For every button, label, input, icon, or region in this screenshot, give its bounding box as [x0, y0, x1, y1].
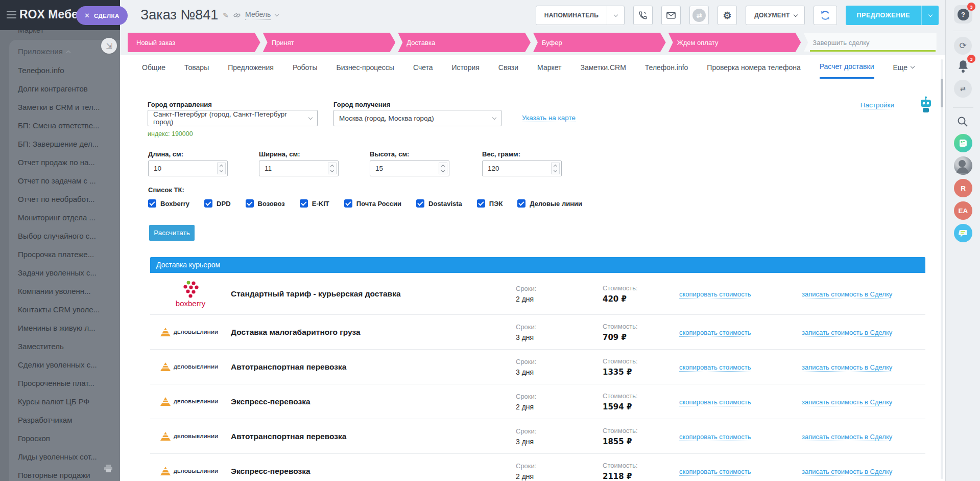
tab[interactable]: История	[452, 62, 480, 79]
stepper[interactable]	[328, 163, 337, 174]
stepper[interactable]	[551, 163, 560, 174]
to-city-select[interactable]: Москва (город, Москва город)	[333, 110, 501, 126]
height-input[interactable]	[370, 161, 437, 176]
help-button[interactable]: ? 3	[954, 5, 972, 24]
sidebar-item[interactable]: Заместитель	[9, 337, 120, 356]
sidebar-item[interactable]: Отчет продаж по на...	[9, 153, 120, 172]
sidebar-item[interactable]: Задачи уволенных с...	[9, 264, 120, 282]
checkbox-checked-icon[interactable]	[517, 199, 525, 208]
proposal-dropdown[interactable]	[921, 6, 939, 25]
pipeline-stage[interactable]: Принят	[263, 33, 396, 52]
sidebar-item[interactable]: Курсы валют ЦБ РФ	[9, 393, 120, 411]
settings-link[interactable]: Настройки	[861, 101, 894, 109]
sidebar-item[interactable]: Отчет по необработ...	[9, 190, 120, 209]
carrier-checkbox-item[interactable]: Boxberry	[148, 199, 189, 208]
sidebar-item[interactable]: Сделки уволенных с...	[9, 356, 120, 374]
sidebar-item[interactable]: Разработчикам	[9, 411, 120, 429]
tab[interactable]: Товары	[184, 62, 209, 79]
news-avatar[interactable]	[954, 134, 972, 152]
call-button[interactable]	[633, 6, 653, 25]
close-icon[interactable]: ✕	[84, 12, 90, 19]
save-cost-link[interactable]: записать стоимость в Сделку	[802, 468, 892, 476]
pipeline-stage[interactable]: Доставка	[398, 33, 531, 52]
copy-cost-link[interactable]: скопировать стоимость	[679, 290, 751, 299]
reminder-button[interactable]: НАПОМИНАТЕЛЬ	[536, 6, 625, 25]
avatar-ea[interactable]: EA	[954, 201, 972, 220]
notifications-button[interactable]: 3	[954, 57, 972, 76]
sidebar-collapse-button[interactable]: ⇲	[101, 38, 117, 54]
checkbox-checked-icon[interactable]	[477, 199, 485, 208]
length-input[interactable]	[149, 161, 215, 176]
save-cost-link[interactable]: записать стоимость в Сделку	[802, 290, 892, 299]
checkbox-checked-icon[interactable]	[344, 199, 352, 208]
tab[interactable]: Проверка номера телефона	[707, 62, 800, 79]
email-button[interactable]	[661, 6, 681, 25]
tab[interactable]: Маркет	[537, 62, 561, 79]
save-cost-link[interactable]: записать стоимость в Сделку	[802, 329, 892, 337]
sidebar-item[interactable]: Долги контрагентов	[9, 80, 120, 98]
pipeline-stage[interactable]: Завершить сделку	[803, 33, 937, 52]
sidebar-item[interactable]: Именины в живую л...	[9, 319, 120, 337]
stepper[interactable]	[217, 163, 226, 174]
deal-entity-pill[interactable]: ✕ СДЕЛКА	[76, 6, 128, 25]
tab[interactable]: Общие	[142, 62, 165, 79]
weight-input[interactable]	[483, 161, 549, 176]
sidebar-item[interactable]: Мониторинг отдела ...	[9, 209, 120, 227]
printer-icon[interactable]	[104, 465, 113, 473]
sidebar-item[interactable]: Гороскоп	[9, 429, 120, 448]
sidebar-item[interactable]: Выбор случайного с...	[9, 227, 120, 245]
edit-pencil-icon[interactable]: ✎	[223, 11, 229, 19]
carrier-checkbox-item[interactable]: E-KIT	[300, 199, 329, 208]
sidebar-item[interactable]: БП: Завершение дел...	[9, 135, 120, 153]
tab[interactable]: Счета	[413, 62, 433, 79]
tab[interactable]: Роботы	[293, 62, 317, 79]
brand-logo[interactable]: ROX Мебе	[19, 8, 78, 21]
carrier-checkbox-item[interactable]: Почта России	[344, 199, 401, 208]
carrier-checkbox-item[interactable]: DPD	[204, 199, 230, 208]
copy-cost-link[interactable]: скопировать стоимость	[679, 468, 751, 476]
pipeline-stage[interactable]: Новый заказ	[128, 33, 260, 52]
sidebar-item[interactable]: Заметки в CRM и тел...	[9, 98, 120, 117]
save-cost-link[interactable]: записать стоимость в Сделку	[802, 398, 892, 406]
search-button[interactable]	[954, 113, 972, 132]
tab[interactable]: Связи	[498, 62, 518, 79]
tab[interactable]: Телефон.info	[645, 62, 688, 79]
user-photo-avatar[interactable]	[954, 156, 972, 175]
pipeline-stage[interactable]: Ждем оплату	[668, 33, 801, 52]
checkbox-checked-icon[interactable]	[416, 199, 424, 208]
from-city-select[interactable]: Санкт-Петербург (город, Санкт-Петербург …	[148, 110, 318, 126]
calculate-button[interactable]: Рассчитать	[149, 225, 195, 241]
sidebar-item[interactable]: Просрочка платеже...	[9, 245, 120, 264]
tab[interactable]: Бизнес-процессы	[336, 62, 394, 79]
copy-cost-link[interactable]: скопировать стоимость	[679, 433, 751, 441]
carrier-checkbox-item[interactable]: Деловые линии	[517, 199, 582, 208]
sync-1c-button-disabled[interactable]: ⇄	[689, 6, 709, 25]
save-cost-link[interactable]: записать стоимость в Сделку	[802, 433, 892, 441]
scrollbar[interactable]	[941, 59, 943, 479]
checkbox-checked-icon[interactable]	[246, 199, 254, 208]
messenger-button[interactable]	[954, 224, 972, 242]
checkbox-checked-icon[interactable]	[204, 199, 212, 208]
copy-cost-link[interactable]: скопировать стоимость	[679, 329, 751, 337]
document-button[interactable]: ДОКУМЕНТ	[746, 6, 804, 25]
stepper[interactable]	[439, 163, 447, 174]
tab[interactable]: Предложения	[228, 62, 274, 79]
avatar-r[interactable]: R	[954, 179, 972, 197]
save-cost-link[interactable]: записать стоимость в Сделку	[802, 363, 892, 372]
link-icon[interactable]	[233, 12, 241, 19]
sidebar-item[interactable]: Телефон.info	[9, 61, 120, 80]
carrier-checkbox-item[interactable]: Dostavista	[416, 199, 462, 208]
copy-cost-link[interactable]: скопировать стоимость	[679, 363, 751, 372]
width-input[interactable]	[259, 161, 326, 176]
sidebar-item[interactable]: Отчет по задачам с ...	[9, 172, 120, 190]
dialogs-button[interactable]: ⇄	[954, 80, 972, 98]
carrier-checkbox-item[interactable]: ПЭК	[477, 199, 503, 208]
history-button[interactable]: ⟳	[954, 37, 972, 55]
proposal-button[interactable]: ПРЕДЛОЖЕНИЕ	[846, 6, 939, 25]
tab[interactable]: Еще	[893, 62, 915, 79]
pipeline-category[interactable]: Мебель	[245, 10, 271, 20]
tab[interactable]: Расчет доставки	[820, 62, 874, 79]
business-process-button[interactable]	[814, 6, 837, 25]
sidebar-item[interactable]: Лиды уволенных сот...	[9, 448, 120, 466]
sidebar-item[interactable]: Компании уволенн...	[9, 282, 120, 301]
